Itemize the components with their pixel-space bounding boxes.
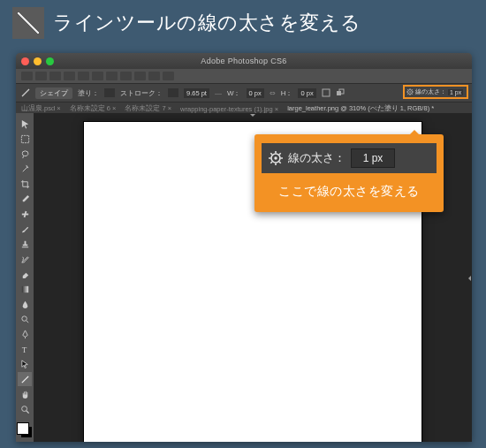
svg-line-23 (26, 410, 28, 413)
tab-doc-current[interactable]: large_leather.png @ 310% (べた塗り 1, RGB/8)… (287, 104, 434, 113)
crop-tool-icon[interactable] (18, 177, 32, 191)
eraser-tool-icon[interactable] (18, 267, 32, 281)
page-title: ラインツールの線の太さを変える (53, 10, 361, 36)
svg-line-12 (407, 94, 408, 95)
svg-rect-17 (21, 285, 27, 292)
svg-line-19 (26, 320, 27, 322)
svg-line-31 (279, 162, 281, 163)
svg-line-33 (279, 153, 281, 155)
svg-line-13 (412, 89, 413, 90)
path-select-tool-icon[interactable] (18, 357, 32, 371)
line-weight-highlight: 線の太さ： 1 px (403, 85, 468, 99)
eyedropper-tool-icon[interactable] (18, 192, 32, 206)
gear-icon[interactable] (269, 151, 283, 165)
line-weight-field[interactable]: 1 px (448, 89, 463, 95)
stamp-tool-icon[interactable] (18, 237, 32, 251)
line-weight-control: 線の太さ： (262, 143, 437, 173)
options-bar: シェイプ 塗り： ストローク： 9.65 pt — W： 0 px ⇔ H： 0… (16, 83, 472, 103)
zoom-tool-icon[interactable] (18, 402, 32, 416)
fill-swatch[interactable] (104, 88, 115, 97)
line-tool-icon (21, 88, 30, 97)
line-shape-tool-icon[interactable] (18, 372, 32, 386)
lasso-tool-icon[interactable] (18, 147, 32, 161)
app-title: Adobe Photoshop CS6 (16, 57, 472, 65)
svg-rect-1 (323, 89, 330, 96)
svg-point-18 (21, 315, 27, 321)
gradient-tool-icon[interactable] (18, 282, 32, 296)
svg-point-25 (274, 156, 277, 159)
align-icon[interactable] (322, 88, 330, 97)
height-label: H： (281, 88, 293, 98)
stroke-label: ストローク： (120, 88, 163, 98)
fill-label: 塗り： (78, 88, 99, 98)
wand-tool-icon[interactable] (18, 162, 32, 176)
line-weight-input[interactable] (351, 148, 395, 168)
tool-mode-select[interactable]: シェイプ (35, 87, 72, 99)
callout-caption: ここで線の太さを変える (262, 184, 437, 200)
svg-text:T: T (21, 345, 27, 354)
ruler-marker-icon (250, 114, 255, 119)
height-field[interactable]: 0 px (298, 88, 315, 98)
move-tool-icon[interactable] (18, 117, 32, 131)
blur-tool-icon[interactable] (18, 297, 32, 311)
svg-line-0 (22, 89, 29, 96)
svg-rect-14 (21, 135, 28, 142)
tools-panel: T (16, 113, 34, 442)
callout-label: 線の太さ： (288, 150, 346, 166)
brush-tool-icon[interactable] (18, 222, 32, 236)
ruler-marker-icon (466, 276, 471, 281)
svg-line-11 (412, 94, 413, 95)
tab-doc[interactable]: 名称未設定 6 × (70, 104, 117, 113)
color-swatches[interactable] (17, 422, 33, 438)
tab-doc[interactable]: 名称未設定 7 × (125, 104, 171, 113)
svg-line-10 (407, 89, 408, 90)
type-tool-icon[interactable]: T (18, 342, 32, 356)
width-field[interactable]: 0 px (247, 88, 264, 98)
marquee-tool-icon[interactable] (18, 132, 32, 146)
photoshop-window: Adobe Photoshop CS6 シェイプ 塗り： ストローク： 9.65… (16, 53, 472, 442)
stroke-width-field[interactable]: 9.65 pt (184, 88, 209, 98)
canvas-area: 線の太さ： ここで線の太さを変える (35, 115, 470, 442)
hand-tool-icon[interactable] (18, 387, 32, 401)
dodge-tool-icon[interactable] (18, 312, 32, 326)
svg-line-32 (270, 162, 272, 163)
svg-point-22 (21, 406, 27, 411)
line-tool-icon (12, 7, 44, 39)
pen-tool-icon[interactable] (18, 327, 32, 341)
gear-icon[interactable] (406, 88, 414, 95)
history-brush-tool-icon[interactable] (18, 252, 32, 266)
stroke-swatch[interactable] (168, 88, 178, 97)
window-titlebar: Adobe Photoshop CS6 (16, 53, 472, 69)
svg-line-30 (270, 153, 272, 155)
arrange-icon[interactable] (336, 88, 345, 97)
svg-line-21 (21, 376, 27, 382)
tab-doc[interactable]: 山温泉.psd × (21, 104, 61, 113)
menubar (16, 69, 472, 83)
width-label: W： (227, 88, 241, 98)
callout-bubble: 線の太さ： ここで線の太さを変える (254, 134, 444, 212)
heal-tool-icon[interactable] (18, 207, 32, 221)
tab-doc[interactable]: wrapping-paper-textures (1).jpg × (180, 105, 278, 113)
svg-point-5 (409, 91, 410, 92)
line-weight-label: 線の太さ： (415, 87, 446, 96)
